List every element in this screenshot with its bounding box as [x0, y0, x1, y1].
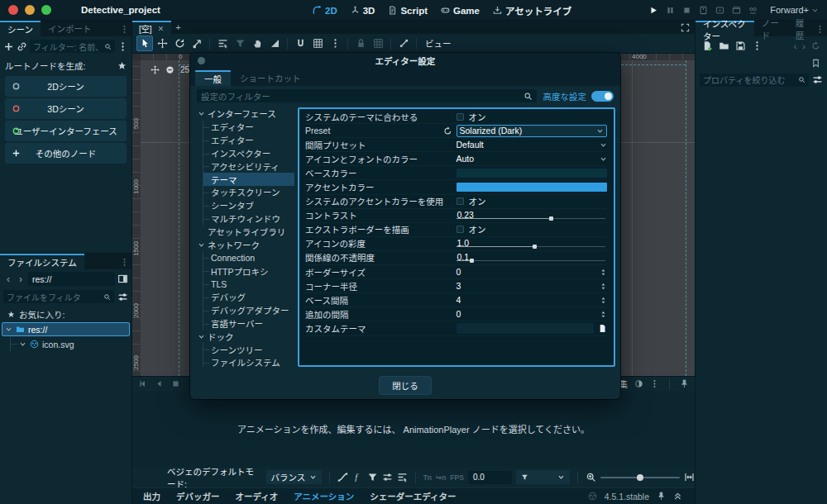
settings-tree-item[interactable]: テーマ [203, 173, 294, 186]
settings-tree-item[interactable]: Connection [203, 251, 294, 264]
fit-to-width-icon[interactable] [684, 472, 695, 483]
smart-snap-button[interactable] [292, 36, 308, 51]
new-scene-tab-button[interactable]: + [171, 21, 186, 34]
maximize-window-button[interactable] [41, 5, 51, 15]
dock-tab[interactable]: インポート [41, 21, 99, 36]
filter-tracks-icon[interactable] [367, 472, 378, 483]
file-path-field[interactable] [457, 323, 595, 334]
dock-tab[interactable]: ノード [754, 21, 788, 36]
settings-tree-item[interactable]: インターフェース [195, 107, 294, 121]
settings-tree-item[interactable]: デバッグアダプター [203, 304, 294, 317]
spinner-value[interactable]: 0 [457, 309, 600, 319]
sort-options-icon[interactable] [117, 292, 128, 302]
settings-tree-item[interactable]: シーンツリー [203, 343, 294, 356]
dock-tab[interactable]: 履歴 [788, 21, 815, 36]
pan-tool-button[interactable] [249, 36, 265, 51]
scene-tab[interactable]: [空] [132, 21, 171, 34]
file-browse-icon[interactable] [598, 324, 607, 333]
group-button[interactable] [370, 36, 386, 51]
dropdown-spacing-preset[interactable]: Default [457, 139, 608, 151]
settings-tree-item[interactable]: アセットライブラリ [195, 226, 294, 239]
settings-tree-item[interactable]: ネットワーク [195, 238, 294, 251]
spinner-arrows-icon[interactable] [600, 269, 607, 276]
snap-mode-select[interactable] [516, 470, 570, 484]
checkbox[interactable] [457, 113, 464, 121]
close-window-button[interactable] [8, 5, 18, 15]
more-options-icon[interactable] [650, 379, 659, 388]
bottom-panel-tab[interactable]: デバッガー [176, 490, 220, 502]
property-filter-input[interactable]: プロパティを絞り込む [700, 74, 809, 87]
workspace-tab[interactable]: Script [388, 6, 428, 16]
split-view-icon[interactable] [117, 273, 128, 284]
checkbox[interactable] [457, 197, 464, 205]
spinner-arrows-icon[interactable] [600, 283, 607, 290]
zoom-in-icon[interactable] [586, 472, 596, 483]
function-icon[interactable]: f [352, 472, 363, 483]
settings-tree-item[interactable]: シーンタブ [203, 199, 294, 212]
settings-tree-item[interactable]: タッチスクリーン [203, 186, 294, 199]
forward-button[interactable]: › [16, 273, 26, 285]
revert-icon[interactable] [443, 126, 452, 136]
color-swatch-base-color[interactable] [457, 169, 608, 178]
slider-knob[interactable] [637, 474, 643, 481]
collapse-icon[interactable] [19, 340, 26, 348]
bottom-panel-tab[interactable]: 出力 [143, 490, 160, 502]
create-root-option[interactable]: 3Dシーン [5, 98, 127, 119]
object-history-icon[interactable] [811, 59, 820, 68]
dialog-tab[interactable]: ショートカット [231, 70, 310, 86]
slider-handle[interactable] [533, 245, 537, 249]
current-path[interactable]: res:// [28, 272, 115, 286]
dropdown-icon-font-color[interactable]: Auto [457, 153, 608, 165]
settings-tree-item[interactable]: エディター [203, 121, 294, 134]
checkbox[interactable] [457, 226, 464, 233]
center-view-icon[interactable] [151, 65, 160, 74]
settings-tree-item[interactable]: ドック [195, 330, 294, 343]
close-tab-icon[interactable] [157, 25, 165, 32]
history-back-button[interactable]: ‹ [794, 41, 797, 51]
scene-options-icon[interactable] [117, 41, 128, 52]
play-button[interactable] [649, 6, 658, 15]
skeleton-button[interactable] [395, 36, 412, 51]
dock-tab[interactable]: ファイルシステム [0, 254, 84, 269]
history-icon[interactable] [811, 41, 820, 50]
color-swatch-accent-color[interactable] [457, 183, 608, 192]
distraction-free-icon[interactable] [681, 23, 690, 32]
settings-tree-item[interactable]: インスペクター [203, 147, 294, 160]
version-label[interactable]: 4.5.1.stable [605, 492, 649, 502]
bottom-panel-tab[interactable]: シェーダーエディター [370, 490, 456, 502]
settings-tree-item[interactable]: HTTPプロキシ [203, 264, 294, 278]
track-settings-icon[interactable] [382, 472, 393, 483]
select-tool-button[interactable] [136, 36, 153, 51]
workspace-tab[interactable]: 2D [313, 6, 337, 16]
slider-handle[interactable] [470, 259, 474, 263]
skip-back-icon[interactable] [138, 379, 147, 388]
dock-tab[interactable]: シーン [0, 21, 41, 36]
slider-track[interactable] [457, 246, 606, 247]
file-row[interactable]: icon.svg [10, 337, 130, 351]
bottom-panel-tab[interactable]: オーディオ [236, 490, 279, 502]
timeline-zoom-slider[interactable] [600, 477, 680, 478]
settings-tree-item[interactable]: デバッグ [203, 291, 294, 304]
settings-tree-item[interactable]: マルチウィンドウ [203, 212, 294, 226]
slider-handle[interactable] [549, 216, 553, 221]
spinner-arrows-icon[interactable] [600, 297, 607, 304]
slider-track[interactable] [457, 218, 606, 219]
resource-options-icon[interactable] [752, 40, 762, 51]
stop-icon[interactable] [171, 379, 180, 388]
file-filter-input[interactable]: ファイルをフィルタ [3, 290, 114, 303]
file-row[interactable]: res:// [2, 322, 130, 336]
back-button[interactable]: ‹ [3, 273, 13, 285]
renderer-select[interactable]: Forward+ [770, 5, 819, 15]
workspace-tab[interactable]: アセットライブ [493, 4, 571, 17]
slider-track[interactable] [457, 260, 606, 261]
save-resource-icon[interactable] [735, 40, 746, 51]
history-forward-button[interactable]: › [802, 41, 805, 51]
ruler-tool-button[interactable] [266, 36, 283, 51]
rotate-tool-button[interactable] [171, 36, 188, 51]
new-resource-icon[interactable] [702, 40, 713, 51]
step-back-icon[interactable] [155, 379, 164, 388]
onion-skin-icon[interactable] [634, 379, 643, 388]
instance-scene-icon[interactable] [17, 41, 27, 52]
time-input[interactable]: 0.0 [468, 471, 512, 484]
scale-tool-button[interactable] [189, 36, 205, 51]
